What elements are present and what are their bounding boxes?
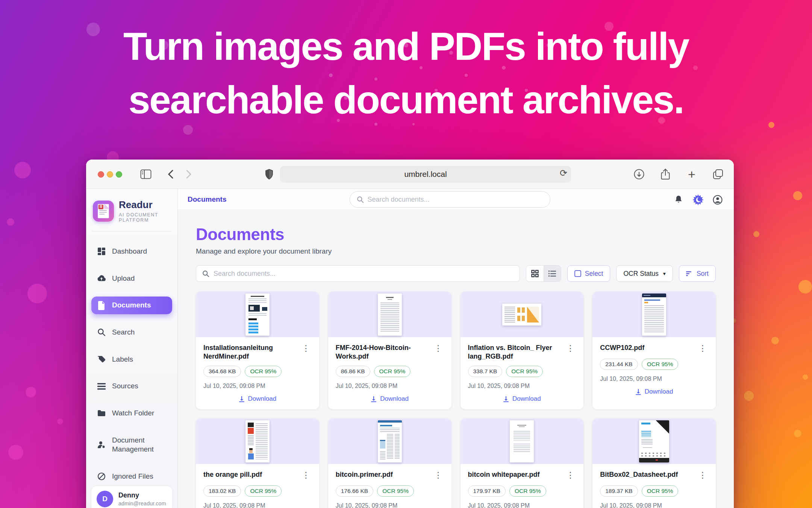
- forward-button[interactable]: [183, 169, 194, 180]
- kebab-menu-icon[interactable]: ⋮: [565, 470, 576, 480]
- grid-view-button[interactable]: [526, 266, 544, 281]
- chevron-down-icon: ▾: [663, 271, 666, 277]
- document-name: bitcoin whitepaper.pdf: [468, 470, 540, 479]
- hero-headline: Turn images and PDFs into fully searchab…: [0, 20, 812, 127]
- ocr-status-filter[interactable]: OCR Status ▾: [616, 265, 673, 282]
- user-card[interactable]: D Denny admin@readur.com: [91, 486, 172, 508]
- reload-icon[interactable]: ⟳: [560, 168, 567, 178]
- document-date: Jul 10, 2025, 09:08 PM: [600, 376, 708, 382]
- back-button[interactable]: [165, 169, 176, 180]
- sidebar-item-search[interactable]: Search: [91, 324, 172, 341]
- ocr-status-badge: OCR 95%: [245, 485, 282, 497]
- kebab-menu-icon[interactable]: ⋮: [433, 470, 444, 480]
- tab-overview-icon[interactable]: [712, 168, 724, 180]
- sidebar-item-watch-folder[interactable]: Watch Folder: [91, 405, 172, 422]
- kebab-menu-icon[interactable]: ⋮: [300, 344, 312, 353]
- document-card[interactable]: FMF-2014-How-Bitcoin-Works.pdf ⋮ 86.86 K…: [328, 292, 451, 409]
- dashboard-grid-icon: [97, 247, 106, 256]
- sidebar-item-labels[interactable]: Labels: [91, 351, 172, 368]
- readur-logo-icon: R: [93, 201, 114, 222]
- ocr-status-badge: OCR 95%: [245, 366, 282, 377]
- sidebar-item-dashboard[interactable]: Dashboard: [91, 243, 172, 260]
- documents-grid: Installationsanleitung NerdMiner.pdf ⋮ 3…: [196, 292, 716, 508]
- download-link[interactable]: Download: [336, 395, 444, 403]
- download-icon: [239, 396, 245, 402]
- list-view-button[interactable]: [544, 266, 561, 281]
- file-size-badge: 86.86 KB: [336, 366, 370, 377]
- file-size-badge: 179.97 KB: [468, 485, 506, 497]
- download-link[interactable]: Download: [468, 395, 576, 403]
- document-card[interactable]: BitBox02_Datasheet.pdf ⋮ 189.37 KB OCR 9…: [592, 418, 716, 508]
- global-search-input[interactable]: [367, 196, 543, 204]
- document-card[interactable]: CCWP102.pdf ⋮ 231.44 KB OCR 95% Jul 10, …: [592, 292, 716, 409]
- close-window-button[interactable]: [98, 171, 104, 178]
- brand[interactable]: R Readur AI DOCUMENT PLATFORM: [91, 198, 172, 223]
- topbar-actions: [671, 192, 726, 208]
- document-card[interactable]: the orange pill.pdf ⋮ 183.02 KB OCR 95% …: [196, 418, 319, 508]
- search-icon: [97, 328, 106, 337]
- theme-toggle-icon[interactable]: [690, 192, 706, 208]
- ocr-status-badge: OCR 95%: [506, 366, 543, 377]
- document-thumbnail: [196, 292, 319, 337]
- document-card[interactable]: bitcoin.primer.pdf ⋮ 176.66 KB OCR 95% J…: [328, 418, 451, 508]
- download-icon: [371, 396, 377, 402]
- account-icon[interactable]: [710, 192, 726, 208]
- ocr-status-badge: OCR 95%: [509, 485, 546, 497]
- list-icon: [97, 382, 106, 391]
- hero-line-1: Turn images and PDFs into fully: [0, 20, 812, 73]
- new-tab-icon[interactable]: +: [686, 168, 698, 180]
- document-card[interactable]: Inflation vs. Bitcoin_ Flyer lang_RGB.pd…: [461, 292, 584, 409]
- document-search[interactable]: [196, 265, 520, 282]
- share-icon[interactable]: [659, 168, 671, 180]
- download-link[interactable]: Download: [203, 395, 312, 403]
- file-size-badge: 338.7 KB: [468, 366, 503, 377]
- document-name: Inflation vs. Bitcoin_ Flyer lang_RGB.pd…: [468, 344, 562, 360]
- file-size-badge: 231.44 KB: [600, 359, 638, 370]
- kebab-menu-icon[interactable]: ⋮: [697, 470, 708, 480]
- sidebar-item-sources[interactable]: Sources: [91, 377, 172, 395]
- grid-view-icon: [531, 270, 539, 277]
- document-name: Installationsanleitung NerdMiner.pdf: [203, 344, 297, 360]
- document-search-input[interactable]: [214, 270, 514, 278]
- sidebar-divider: [92, 231, 171, 231]
- document-card[interactable]: Installationsanleitung NerdMiner.pdf ⋮ 3…: [196, 292, 319, 409]
- download-link[interactable]: Download: [600, 388, 708, 395]
- page-title: Documents: [196, 225, 716, 244]
- document-card[interactable]: bitcoin whitepaper.pdf ⋮ 179.97 KB OCR 9…: [461, 418, 584, 508]
- kebab-menu-icon[interactable]: ⋮: [565, 344, 576, 353]
- address-bar[interactable]: umbrel.local ⟳: [280, 166, 571, 183]
- document-date: Jul 10, 2025, 09:08 PM: [336, 502, 444, 508]
- minimize-window-button[interactable]: [107, 171, 113, 178]
- search-icon: [356, 196, 364, 203]
- user-gear-icon: [97, 440, 106, 449]
- kebab-menu-icon[interactable]: ⋮: [697, 344, 708, 353]
- ban-icon: [97, 472, 106, 481]
- sidebar-item-documents[interactable]: Documents: [91, 297, 172, 314]
- sidebar-item-ignored-files[interactable]: Ignored Files: [91, 468, 172, 485]
- document-date: Jul 10, 2025, 09:08 PM: [468, 502, 576, 508]
- file-size-badge: 364.68 KB: [203, 366, 241, 377]
- checkbox-icon: [574, 270, 581, 277]
- notifications-bell-icon[interactable]: [671, 192, 686, 208]
- zoom-window-button[interactable]: [116, 171, 122, 178]
- global-search[interactable]: [349, 191, 550, 208]
- kebab-menu-icon[interactable]: ⋮: [300, 470, 312, 480]
- app-topbar: Documents: [178, 189, 734, 210]
- kebab-menu-icon[interactable]: ⋮: [433, 344, 444, 353]
- document-thumbnail: [328, 292, 451, 337]
- user-email: admin@readur.com: [118, 500, 166, 506]
- breadcrumb[interactable]: Documents: [188, 195, 226, 204]
- select-button[interactable]: Select: [567, 265, 611, 282]
- file-size-badge: 189.37 KB: [600, 485, 638, 497]
- sidebar-item-upload[interactable]: Upload: [91, 270, 172, 287]
- cloud-upload-icon: [97, 274, 106, 283]
- ocr-status-badge: OCR 95%: [374, 366, 411, 377]
- document-name: CCWP102.pdf: [600, 344, 644, 352]
- sort-button[interactable]: Sort: [679, 265, 716, 282]
- page-subtitle: Manage and explore your document library: [196, 247, 716, 256]
- privacy-shield-icon[interactable]: [263, 168, 276, 181]
- sidebar-toggle-icon[interactable]: [139, 169, 152, 180]
- downloads-icon[interactable]: [633, 168, 645, 180]
- sidebar-item-document-management[interactable]: Document Management: [91, 432, 172, 458]
- document-thumbnail: [592, 292, 716, 337]
